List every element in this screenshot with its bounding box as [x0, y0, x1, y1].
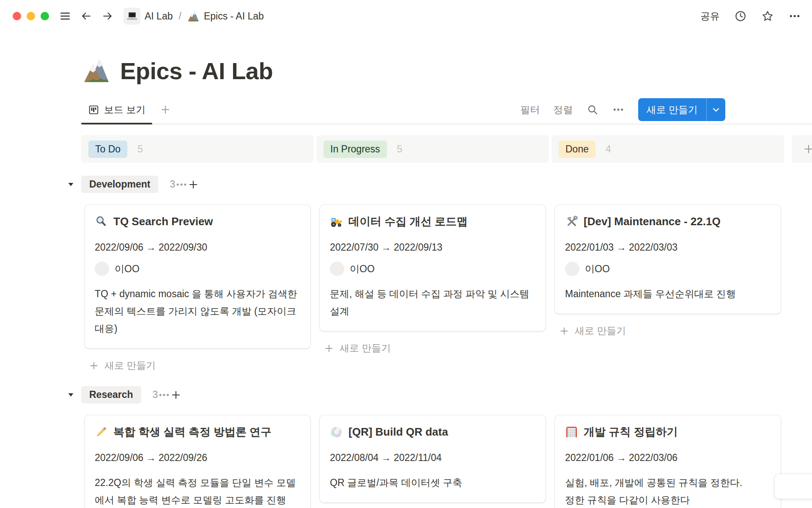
group-count: 3: [153, 389, 158, 400]
sidebar-menu-icon[interactable]: [59, 10, 71, 22]
card[interactable]: 데이터 수집 개선 로드맵2022/07/30 → 2022/09/13이OO문…: [320, 205, 546, 331]
breadcrumb-workspace-label: AI Lab: [145, 11, 173, 22]
column-count: 4: [606, 144, 611, 155]
group-more-icon[interactable]: [158, 389, 170, 401]
favorite-star-icon[interactable]: [761, 10, 774, 22]
board-cell: 개발 규칙 정립하기2022/01/06 → 2022/03/06실험, 배포,…: [551, 415, 784, 508]
card-description: 문제, 해설 등 데이터 수집 과정 파악 및 시스템 설계: [330, 285, 535, 320]
new-card-label: 새로 만들기: [104, 359, 156, 372]
board-cell: TQ Search Preview2022/09/06 → 2022/09/30…: [81, 205, 314, 374]
card-title: [QR] Build QR data: [330, 424, 535, 440]
cd-icon: [330, 425, 343, 439]
avatar: [565, 262, 579, 276]
forward-button[interactable]: [102, 10, 113, 22]
share-button[interactable]: 공유: [700, 10, 720, 23]
help-button[interactable]: [775, 474, 812, 499]
assignee-name: 이OO: [115, 262, 140, 276]
group-cards-row: 복합 학생 실력 측정 방법론 연구2022/09/06 → 2022/09/2…: [81, 415, 812, 508]
card[interactable]: [Dev] Maintenance - 22.1Q2022/01/03 → 20…: [555, 205, 781, 314]
column-status-pill[interactable]: To Do: [88, 141, 127, 158]
group-add-icon[interactable]: [170, 389, 181, 400]
card-date-range: 2022/09/06 → 2022/09/26: [95, 451, 300, 465]
group-add-icon[interactable]: [188, 179, 199, 190]
history-clock-icon[interactable]: [734, 10, 747, 22]
column-status-pill[interactable]: Done: [559, 141, 595, 158]
card-title: 개발 규칙 정립하기: [565, 424, 771, 440]
group-toggle-icon[interactable]: [67, 180, 75, 188]
avatar: [330, 262, 344, 276]
view-options-icon[interactable]: [612, 103, 625, 116]
chevron-down-icon[interactable]: [707, 98, 725, 121]
new-button[interactable]: 새로 만들기: [638, 98, 725, 121]
traffic-lights: [13, 12, 49, 20]
add-view-button[interactable]: [160, 104, 171, 115]
page-header: Epics - AI Lab: [83, 57, 812, 85]
group-cards-row: TQ Search Preview2022/09/06 → 2022/09/30…: [81, 205, 812, 374]
view-toolbar: 보드 보기 필터 정렬 새로 만들기: [81, 96, 812, 124]
column-count: 5: [137, 144, 143, 155]
minimize-window-button[interactable]: [27, 12, 35, 20]
group-pill[interactable]: Development: [81, 176, 158, 193]
close-window-button[interactable]: [13, 12, 21, 20]
column-header-in-progress: In Progress5: [316, 135, 549, 163]
card[interactable]: 복합 학생 실력 측정 방법론 연구2022/09/06 → 2022/09/2…: [85, 415, 310, 508]
plus-icon: [559, 326, 569, 336]
board: To Do5In Progress5Done4Development3TQ Se…: [81, 135, 812, 508]
new-card-label: 새로 만들기: [575, 324, 626, 337]
breadcrumb-page-label: Epics - AI Lab: [204, 11, 264, 22]
tab-board-view-label: 보드 보기: [104, 103, 145, 116]
card-date-range: 2022/01/03 → 2022/03/03: [565, 240, 771, 254]
sort-button[interactable]: 정렬: [554, 103, 573, 116]
board-column-headers: To Do5In Progress5Done4: [81, 135, 812, 163]
column-header-to-do: To Do5: [81, 135, 314, 163]
card-date-range: 2022/01/06 → 2022/03/06: [565, 451, 771, 465]
page-title: Epics - AI Lab: [120, 57, 273, 85]
mountain-icon: [187, 10, 200, 22]
card-date-range: 2022/07/30 → 2022/09/13: [330, 240, 535, 254]
zoom-window-button[interactable]: [41, 12, 49, 20]
group-header-development: Development3: [67, 176, 812, 193]
more-options-icon[interactable]: [788, 10, 801, 22]
tab-board-view[interactable]: 보드 보기: [81, 96, 152, 124]
new-card-button[interactable]: 새로 만들기: [85, 357, 310, 374]
board-cell: 복합 학생 실력 측정 방법론 연구2022/09/06 → 2022/09/2…: [81, 415, 314, 508]
tools-icon: [565, 215, 578, 228]
add-column-button[interactable]: [792, 135, 812, 163]
card-description: TQ + dynamic mosaic 을 통해 사용자가 검색한 문제의 텍스…: [95, 285, 300, 337]
card[interactable]: [QR] Build QR data2022/08/04 → 2022/11/0…: [320, 415, 546, 502]
group-more-icon[interactable]: [175, 178, 188, 191]
search-icon[interactable]: [587, 104, 598, 116]
breadcrumb-divider: /: [179, 11, 181, 22]
filter-button[interactable]: 필터: [521, 103, 540, 116]
card-title: 복합 학생 실력 측정 방법론 연구: [95, 424, 300, 440]
group-toggle-icon[interactable]: [67, 391, 75, 399]
back-button[interactable]: [80, 10, 92, 22]
assignee-name: 이OO: [585, 262, 610, 276]
window-titlebar: AI Lab / Epics - AI Lab 공유: [0, 0, 812, 32]
card[interactable]: 개발 규칙 정립하기2022/01/06 → 2022/03/06실험, 배포,…: [555, 415, 781, 508]
card-title-label: TQ Search Preview: [113, 213, 213, 230]
card-assignee: 이OO: [95, 262, 300, 276]
card-assignee: 이OO: [565, 262, 771, 276]
card-title: TQ Search Preview: [95, 213, 300, 230]
card-description: QR 글로벌/과목 데이터셋 구축: [330, 474, 535, 491]
card-title: [Dev] Maintenance - 22.1Q: [565, 213, 771, 230]
group-pill[interactable]: Research: [81, 386, 141, 403]
column-count: 5: [397, 144, 403, 155]
new-card-button[interactable]: 새로 만들기: [555, 322, 781, 340]
card[interactable]: TQ Search Preview2022/09/06 → 2022/09/30…: [85, 205, 310, 348]
card-title-label: 개발 규칙 정립하기: [584, 424, 678, 440]
board-cell: 데이터 수집 개선 로드맵2022/07/30 → 2022/09/13이OO문…: [316, 205, 549, 357]
new-card-button[interactable]: 새로 만들기: [320, 340, 546, 357]
magnifier-icon: [95, 215, 108, 228]
new-card-label: 새로 만들기: [340, 342, 391, 355]
assignee-name: 이OO: [350, 262, 375, 276]
avatar: [95, 262, 109, 276]
page-mountain-icon[interactable]: [83, 57, 111, 85]
breadcrumb-workspace[interactable]: AI Lab: [123, 8, 173, 25]
plus-icon: [803, 143, 812, 155]
breadcrumb-page[interactable]: Epics - AI Lab: [187, 10, 264, 22]
card-description: Maintenance 과제들 우선순위대로 진행: [565, 285, 771, 303]
card-title: 데이터 수집 개선 로드맵: [330, 213, 535, 230]
column-status-pill[interactable]: In Progress: [324, 141, 387, 158]
